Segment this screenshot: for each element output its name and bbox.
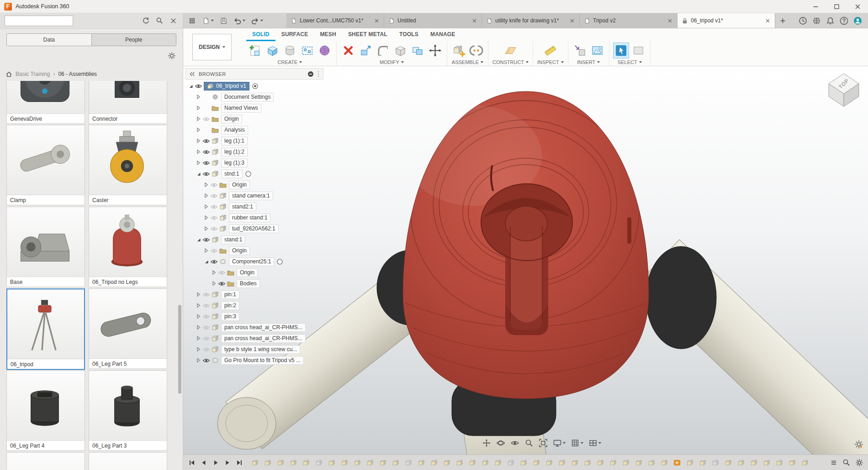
create-box-button[interactable] <box>265 43 280 58</box>
timeline-feature-component[interactable] <box>379 459 387 467</box>
timeline-feature-component[interactable] <box>788 459 796 467</box>
timeline-feature-component[interactable] <box>609 459 617 467</box>
move-button[interactable] <box>428 43 443 58</box>
tab-people[interactable]: People <box>91 34 176 46</box>
visibility-eye-icon[interactable] <box>202 160 210 166</box>
expand-collapsed-icon[interactable] <box>195 116 202 122</box>
data-panel-item[interactable]: Base <box>6 207 85 287</box>
search-input[interactable] <box>5 16 73 26</box>
browser-item-label[interactable]: tud_92620A562:1 <box>229 224 279 233</box>
tripod-head[interactable] <box>403 91 649 399</box>
timeline-feature-component[interactable] <box>775 459 783 467</box>
timeline-feature-component[interactable] <box>417 459 425 467</box>
zoom-button[interactable] <box>524 438 535 449</box>
new-tab-button[interactable] <box>775 13 790 28</box>
undo-button[interactable] <box>231 15 248 27</box>
expand-collapsed-icon[interactable] <box>195 313 202 320</box>
timeline-feature-component[interactable] <box>762 459 771 467</box>
orbit-button[interactable] <box>495 438 506 449</box>
timeline-feature-component[interactable] <box>558 459 566 467</box>
leg-socket-right[interactable] <box>646 246 716 349</box>
browser-item-label[interactable]: Document Settings <box>221 93 274 101</box>
timeline-feature-component[interactable] <box>455 459 464 467</box>
joint-button[interactable] <box>469 43 484 58</box>
document-tab[interactable]: Lower Cont...UMC750 v1* <box>286 13 384 28</box>
visibility-eye-icon[interactable] <box>202 292 210 298</box>
play-button[interactable] <box>211 458 221 467</box>
visibility-eye-icon[interactable] <box>210 259 218 265</box>
expand-collapsed-icon[interactable] <box>195 105 202 111</box>
data-panel-item[interactable] <box>89 452 167 470</box>
expand-collapsed-icon[interactable] <box>195 335 202 342</box>
close-tab-icon[interactable] <box>471 18 477 24</box>
display-toggle-icon[interactable] <box>307 71 314 77</box>
timeline-feature-component[interactable] <box>289 459 297 467</box>
visibility-eye-icon[interactable] <box>202 237 210 243</box>
ribbon-tab-manage[interactable]: MANAGE <box>424 28 461 41</box>
visibility-eye-icon[interactable] <box>210 182 218 188</box>
timeline-feature-component[interactable] <box>686 459 694 467</box>
expand-collapsed-icon[interactable] <box>195 127 202 133</box>
maximize-button[interactable] <box>826 0 847 13</box>
timeline-feature-active[interactable] <box>673 459 681 467</box>
timeline-feature-component[interactable] <box>750 459 758 467</box>
viewcube[interactable]: TOP <box>824 70 863 109</box>
workspace-selector[interactable]: DESIGN <box>192 34 232 60</box>
browser-item-label[interactable]: Origin <box>237 268 258 277</box>
ribbon-group-dropdown[interactable]: CREATE <box>278 59 302 66</box>
expand-collapsed-icon[interactable] <box>195 346 202 352</box>
timeline-feature-component[interactable] <box>635 459 643 467</box>
fillet-button[interactable] <box>376 43 391 58</box>
timeline-feature-component[interactable] <box>328 459 336 467</box>
visibility-eye-icon[interactable] <box>210 215 218 221</box>
expand-collapsed-icon[interactable] <box>203 192 210 199</box>
data-panel-item[interactable]: 06_Leg Part 3 <box>89 370 167 451</box>
file-menu-button[interactable] <box>200 15 216 27</box>
browser-item-label[interactable]: stand camera:1 <box>229 192 273 200</box>
timeline-feature-joint[interactable] <box>711 459 720 467</box>
shell-button[interactable] <box>393 43 408 58</box>
timeline-feature-component[interactable] <box>340 459 349 467</box>
visibility-eye-icon[interactable] <box>202 303 210 309</box>
browser-item-label[interactable]: stand2:1 <box>229 203 256 211</box>
pan-button[interactable] <box>481 438 492 449</box>
options-list-icon[interactable] <box>830 459 838 467</box>
browser-item-label[interactable]: pin:1 <box>221 290 239 299</box>
timeline-feature-component[interactable] <box>468 459 476 467</box>
press-pull-button[interactable] <box>358 43 373 58</box>
browser-item-label[interactable]: pan cross head_ai_CR-PHMS... <box>221 334 306 343</box>
visibility-eye-icon[interactable] <box>202 138 210 144</box>
combine-button[interactable] <box>410 43 425 58</box>
expand-collapsed-icon[interactable] <box>195 302 202 309</box>
new-sketch-button[interactable] <box>248 43 263 58</box>
expand-expanded-icon[interactable] <box>203 258 210 265</box>
expand-collapsed-icon[interactable] <box>203 225 210 232</box>
close-tab-icon[interactable] <box>374 18 380 24</box>
ribbon-group-dropdown[interactable]: CONSTRUCT <box>492 59 529 66</box>
browser-item-label[interactable]: Component25:1 <box>229 257 274 266</box>
browser-item-label[interactable]: stnd:1 <box>221 170 243 178</box>
data-panel-item[interactable]: Caster <box>89 125 167 205</box>
minimize-button[interactable] <box>805 0 826 13</box>
display-settings-button[interactable] <box>552 438 566 449</box>
ribbon-group-dropdown[interactable]: MODIFY <box>380 59 404 66</box>
timeline-feature-component[interactable] <box>583 459 592 467</box>
close-button[interactable] <box>847 0 868 13</box>
ribbon-group-dropdown[interactable]: SELECT <box>618 59 642 66</box>
step-forward-button[interactable] <box>222 458 233 467</box>
browser-item-label[interactable]: pan cross head_ai_CR-PHMS... <box>221 323 306 332</box>
data-panel-item[interactable] <box>6 452 85 470</box>
activate-radio-icon[interactable] <box>276 258 283 265</box>
timeline-feature-component[interactable] <box>481 459 489 467</box>
expand-collapsed-icon[interactable] <box>211 269 217 276</box>
data-panel-item[interactable]: 06_Leg Part 5 <box>89 288 167 369</box>
expand-collapsed-icon[interactable] <box>195 94 202 100</box>
document-tab[interactable]: Tripod v2 <box>580 13 677 28</box>
visibility-eye-icon[interactable] <box>202 149 210 155</box>
timeline-feature-component[interactable] <box>264 459 272 467</box>
redo-button[interactable] <box>249 15 265 27</box>
data-panel-item[interactable]: Clamp <box>6 125 85 205</box>
expand-collapsed-icon[interactable] <box>211 280 217 287</box>
delete-button[interactable] <box>341 43 356 58</box>
expand-expanded-icon[interactable] <box>195 236 202 243</box>
